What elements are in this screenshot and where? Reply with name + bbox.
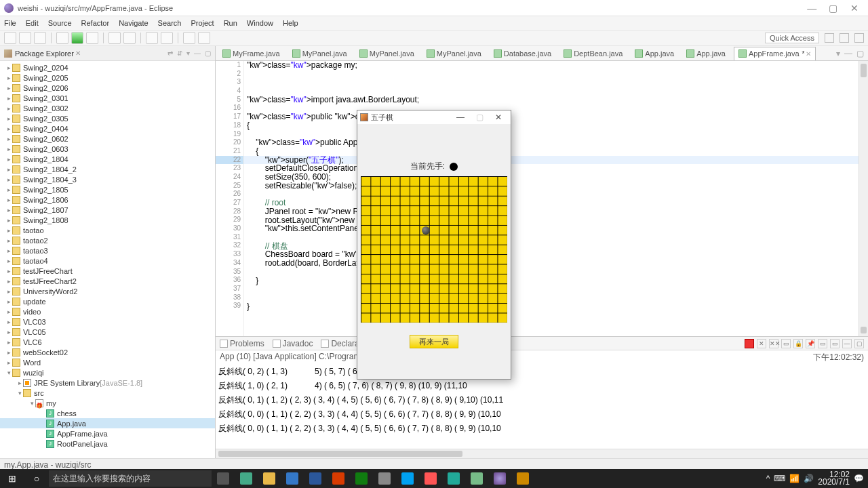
editor-max-icon[interactable]: ▢ <box>856 49 864 58</box>
editor-tab[interactable]: Database.java <box>490 47 558 60</box>
open-type-button[interactable] <box>146 32 158 44</box>
project-item[interactable]: ▸Swing2_1808 <box>0 215 215 225</box>
cortana-icon[interactable]: ○ <box>24 469 49 488</box>
menu-edit[interactable]: Edit <box>26 19 39 27</box>
project-item[interactable]: ▸video <box>0 306 215 317</box>
gomoku-window[interactable]: 五子棋 — ▢ ✕ 当前先手: 再来一局 <box>357 110 511 380</box>
project-item[interactable]: ▸webSocket02 <box>0 347 215 357</box>
tree-item[interactable]: ▾wuziqi <box>0 367 215 378</box>
show-list-icon[interactable]: ▾ <box>836 49 840 58</box>
project-item[interactable]: ▸Swing2_1807 <box>0 205 215 215</box>
project-item[interactable]: ▸Swing2_1804_2 <box>0 164 215 174</box>
tree-item[interactable]: JAppFrame.java <box>0 428 215 439</box>
project-item[interactable]: ▸VLC05 <box>0 327 215 337</box>
display-selected-button[interactable]: ▭ <box>818 339 827 348</box>
coverage-button[interactable] <box>86 32 98 44</box>
view-menu-icon[interactable]: ▾ <box>186 49 190 57</box>
javadoc-tab[interactable]: Javadoc <box>273 339 313 348</box>
start-button[interactable]: ⊞ <box>0 469 24 488</box>
project-item[interactable]: ▸Swing2_1804_3 <box>0 174 215 184</box>
java-perspective-icon[interactable] <box>825 33 834 43</box>
task-view-icon[interactable] <box>212 469 235 488</box>
taskbar-app-6[interactable] <box>350 469 373 488</box>
debug-perspective-icon[interactable] <box>840 33 849 43</box>
editor-tab[interactable]: MyFrame.java <box>218 47 287 60</box>
menu-run[interactable]: Run <box>224 19 237 27</box>
search-button[interactable] <box>161 32 173 44</box>
remove-launch-button[interactable]: ✕ <box>757 339 766 348</box>
save-all-button[interactable] <box>34 32 46 44</box>
restart-button[interactable]: 再来一局 <box>410 335 458 348</box>
tree-item[interactable]: ▾my <box>0 398 215 408</box>
terminate-button[interactable] <box>745 339 754 348</box>
new-class-button[interactable] <box>123 32 136 44</box>
project-item[interactable]: ▸Swing2_1805 <box>0 184 215 195</box>
project-item[interactable]: ▸Swing2_0204 <box>0 62 215 73</box>
collapse-all-icon[interactable]: ⇄ <box>167 49 173 57</box>
menu-source[interactable]: Source <box>48 19 72 27</box>
tray-chevron-icon[interactable]: ^ <box>766 474 770 483</box>
tree-item[interactable]: JApp.java <box>0 418 215 428</box>
window-close-button[interactable]: ✕ <box>845 3 864 14</box>
project-item[interactable]: ▸VLC6 <box>0 337 215 347</box>
view-close-icon[interactable]: ✕ <box>75 49 81 57</box>
taskbar-app-11[interactable] <box>465 469 488 488</box>
taskbar-eclipse[interactable] <box>488 469 511 488</box>
menu-search[interactable]: Search <box>158 19 182 27</box>
gomoku-board[interactable] <box>361 176 507 323</box>
editor-tab[interactable]: DeptBean.java <box>559 47 629 60</box>
editor-tab[interactable]: MyPanel.java <box>355 47 421 60</box>
new-package-button[interactable] <box>108 32 121 44</box>
editor-tab[interactable]: MyPanel.java <box>422 47 488 60</box>
notifications-icon[interactable]: 💬 <box>854 474 864 483</box>
remove-all-button[interactable]: ✕✕ <box>769 339 778 348</box>
taskbar-app-5[interactable] <box>327 469 350 488</box>
scroll-lock-button[interactable]: 🔒 <box>793 339 803 348</box>
menu-file[interactable]: File <box>4 19 16 27</box>
editor-tab[interactable]: AppFrame.java✕ <box>734 47 816 60</box>
menu-refactor[interactable]: Refactor <box>81 19 110 27</box>
resource-perspective-icon[interactable] <box>854 33 864 43</box>
project-item[interactable]: ▸Swing2_1806 <box>0 195 215 205</box>
taskbar-search[interactable]: 在这里输入你要搜索的内容 <box>49 470 212 487</box>
save-button[interactable] <box>19 32 31 44</box>
project-item[interactable]: ▸UniversityWord2 <box>0 286 215 296</box>
editor-tab[interactable]: App.java <box>682 47 732 60</box>
taskbar-app-9[interactable] <box>419 469 442 488</box>
console-output[interactable]: 反斜线( 0, 2) ( 1, 3) 5) ( 5, 7) ( 6, 8) ( … <box>216 365 868 449</box>
menu-project[interactable]: Project <box>191 19 214 27</box>
pin-console-button[interactable]: 📌 <box>806 339 815 348</box>
run-button[interactable] <box>71 32 83 44</box>
editor-tab[interactable]: App.java <box>631 47 681 60</box>
project-item[interactable]: ▸taotao3 <box>0 245 215 256</box>
open-console-button[interactable]: ▭ <box>830 339 840 348</box>
project-item[interactable]: ▸Swing2_0602 <box>0 134 215 144</box>
console-hscroll[interactable] <box>216 449 868 458</box>
project-item[interactable]: ▸Swing2_0206 <box>0 83 215 93</box>
debug-button[interactable] <box>56 32 68 44</box>
taskbar-app-2[interactable] <box>258 469 281 488</box>
tree-item[interactable]: Jchess <box>0 408 215 418</box>
project-tree[interactable]: ▸Swing2_0204▸Swing2_0205▸Swing2_0206▸Swi… <box>0 61 215 458</box>
minimize-view-icon[interactable]: — <box>194 49 201 57</box>
gomoku-max-button[interactable]: ▢ <box>470 113 489 122</box>
gomoku-titlebar[interactable]: 五子棋 — ▢ ✕ <box>357 110 511 124</box>
tray-network-icon[interactable]: 📶 <box>789 474 800 483</box>
problems-tab[interactable]: Problems <box>220 339 264 348</box>
menu-window[interactable]: Window <box>247 19 273 27</box>
clear-console-button[interactable]: ▭ <box>781 339 791 348</box>
window-maximize-button[interactable]: ▢ <box>824 3 843 14</box>
project-item[interactable]: ▸Swing2_0205 <box>0 73 215 83</box>
maximize-view-icon[interactable]: ▢ <box>205 49 211 57</box>
project-item[interactable]: ▸Word <box>0 357 215 367</box>
project-item[interactable]: ▸Swing2_0305 <box>0 113 215 123</box>
project-item[interactable]: ▸Swing2_1804 <box>0 154 215 164</box>
taskbar-app-7[interactable] <box>373 469 396 488</box>
project-item[interactable]: ▸testJFreeChart <box>0 266 215 276</box>
forward-button[interactable] <box>198 32 210 44</box>
menu-navigate[interactable]: Navigate <box>119 19 148 27</box>
tray-keyboard-icon[interactable]: ⌨ <box>774 474 785 483</box>
console-max-icon[interactable]: ▢ <box>854 339 864 348</box>
window-minimize-button[interactable]: — <box>802 3 821 14</box>
taskbar-app-3[interactable] <box>281 469 304 488</box>
